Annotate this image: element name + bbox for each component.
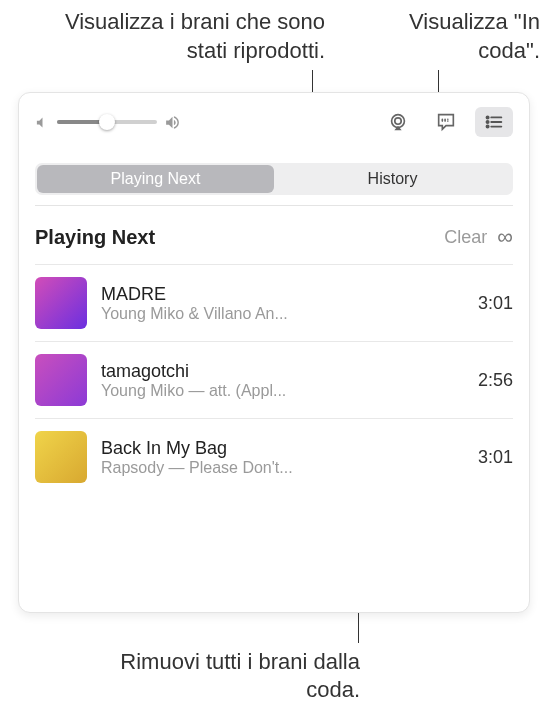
queue-button[interactable] bbox=[475, 107, 513, 137]
segmented-control: Playing Next History bbox=[35, 163, 513, 195]
queue-panel: Playing Next History Playing Next Clear … bbox=[18, 92, 530, 613]
section-title: Playing Next bbox=[35, 226, 444, 249]
svg-point-6 bbox=[486, 125, 488, 127]
svg-point-2 bbox=[486, 116, 488, 118]
track-row[interactable]: Back In My Bag Rapsody — Please Don't...… bbox=[35, 418, 513, 495]
callout-queue: Visualizza "In coda". bbox=[400, 8, 540, 65]
track-duration: 3:01 bbox=[478, 293, 513, 314]
track-duration: 3:01 bbox=[478, 447, 513, 468]
svg-point-4 bbox=[486, 121, 488, 123]
track-subtitle: Young Miko — att. (Appl... bbox=[101, 382, 464, 400]
svg-point-0 bbox=[392, 115, 405, 128]
section-header: Playing Next Clear ∞ bbox=[19, 206, 529, 264]
track-duration: 2:56 bbox=[478, 370, 513, 391]
track-title: MADRE bbox=[101, 284, 464, 305]
playback-toolbar bbox=[19, 93, 529, 145]
album-art bbox=[35, 431, 87, 483]
volume-slider[interactable] bbox=[57, 120, 157, 124]
volume-high-icon bbox=[164, 114, 181, 131]
track-title: Back In My Bag bbox=[101, 438, 464, 459]
airplay-button[interactable] bbox=[379, 107, 417, 137]
track-title: tamagotchi bbox=[101, 361, 464, 382]
track-subtitle: Rapsody — Please Don't... bbox=[101, 459, 464, 477]
volume-low-icon bbox=[35, 115, 50, 130]
track-list: MADRE Young Miko & Villano An... 3:01 ta… bbox=[19, 264, 529, 495]
tab-history[interactable]: History bbox=[274, 165, 511, 193]
lyrics-button[interactable] bbox=[427, 107, 465, 137]
tab-playing-next[interactable]: Playing Next bbox=[37, 165, 274, 193]
volume-control[interactable] bbox=[35, 114, 197, 131]
track-subtitle: Young Miko & Villano An... bbox=[101, 305, 464, 323]
callout-history: Visualizza i brani che sono stati riprod… bbox=[25, 8, 325, 65]
autoplay-infinity-button[interactable]: ∞ bbox=[497, 224, 513, 250]
album-art bbox=[35, 277, 87, 329]
track-row[interactable]: tamagotchi Young Miko — att. (Appl... 2:… bbox=[35, 341, 513, 418]
track-row[interactable]: MADRE Young Miko & Villano An... 3:01 bbox=[35, 264, 513, 341]
callout-clear: Rimuovi tutti i brani dalla coda. bbox=[120, 648, 360, 705]
clear-button[interactable]: Clear bbox=[444, 227, 487, 248]
album-art bbox=[35, 354, 87, 406]
svg-point-1 bbox=[395, 118, 401, 124]
